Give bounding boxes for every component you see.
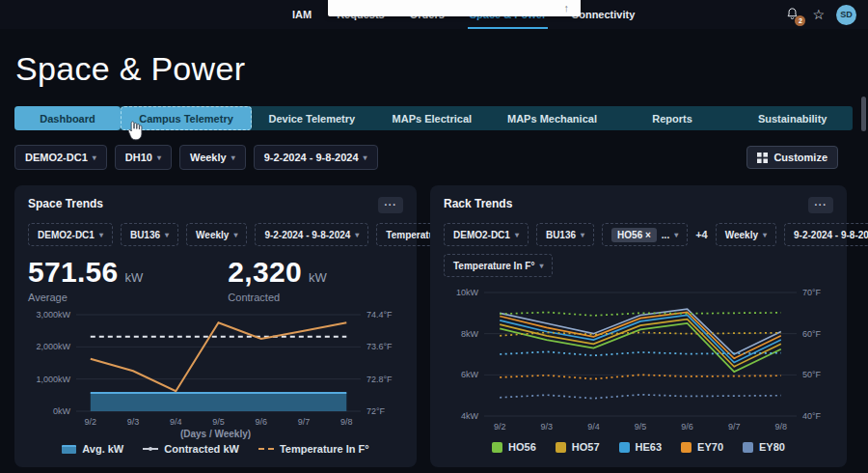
page-title: Space & Power <box>15 50 245 88</box>
svg-text:9/3: 9/3 <box>541 422 554 431</box>
user-avatar[interactable]: SD <box>836 5 856 25</box>
chevron-down-icon: ▾ <box>763 231 767 239</box>
chevron-down-icon: ▾ <box>515 231 519 239</box>
tab-campus-telemetry[interactable]: Campus Telemetry <box>121 106 252 130</box>
more-racks-count[interactable]: +4 <box>695 229 708 240</box>
top-nav-actions: 2 ☆ SD <box>785 0 856 29</box>
chevron-down-icon: ▾ <box>165 231 169 239</box>
svg-text:6kW: 6kW <box>461 370 479 379</box>
customize-button[interactable]: Customize <box>746 146 838 169</box>
legend-item[interactable]: EY70 <box>681 441 723 453</box>
svg-text:9/7: 9/7 <box>298 417 311 427</box>
legend-swatch <box>556 442 566 453</box>
section-tabbar: Dashboard Campus Telemetry Device Teleme… <box>14 106 853 130</box>
chip-bu[interactable]: BU136▾ <box>536 223 594 246</box>
rack-trends-menu-button[interactable]: ··· <box>808 197 833 213</box>
filter-datahall[interactable]: DH10 ▾ <box>115 145 172 170</box>
rack-trends-filters-row2: Temperature In F°▾ <box>444 254 833 277</box>
legend-item[interactable]: HE63 <box>619 441 663 453</box>
svg-text:74.4°F: 74.4°F <box>366 310 393 320</box>
space-trends-panel: Space Trends ··· DEMO2-DC1▾ BU136▾ Weekl… <box>14 185 417 467</box>
svg-text:3,000kW: 3,000kW <box>36 310 70 320</box>
filter-datacenter[interactable]: DEMO2-DC1 ▾ <box>14 145 107 170</box>
remove-tag-icon[interactable]: × <box>645 230 651 240</box>
chevron-down-icon: ▾ <box>539 262 543 270</box>
chip-date-range[interactable]: 9-2-2024 - 9-8-2024▾ <box>784 223 868 246</box>
space-trends-filters: DEMO2-DC1▾ BU136▾ Weekly▾ 9-2-2024 - 9-8… <box>28 223 403 246</box>
legend-swatch <box>681 442 692 453</box>
chip-period[interactable]: Weekly▾ <box>716 223 776 246</box>
chip-date-range[interactable]: 9-2-2024 - 9-8-2024▾ <box>255 223 368 246</box>
svg-text:9/3: 9/3 <box>127 417 140 427</box>
chevron-down-icon: ▾ <box>364 153 367 162</box>
chevron-down-icon: ▾ <box>233 231 237 239</box>
tab-reports[interactable]: Reports <box>612 106 733 130</box>
legend-item[interactable]: Contracted kW <box>143 443 239 455</box>
tab-dashboard[interactable]: Dashboard <box>14 106 121 130</box>
legend-item[interactable]: EY80 <box>743 441 785 453</box>
legend-swatch <box>62 445 76 454</box>
chip-temperature-unit[interactable]: Temperature In F°▾ <box>444 254 553 277</box>
svg-text:9/6: 9/6 <box>255 417 267 427</box>
chip-bu[interactable]: BU136▾ <box>121 223 178 246</box>
notification-badge: 2 <box>795 15 805 26</box>
legend-item[interactable]: HO57 <box>556 441 600 453</box>
space-trends-chart: 3,000kW2,000kW1,000kW0kW74.4°F73.6°F72.8… <box>28 309 403 429</box>
svg-text:10kW: 10kW <box>456 288 479 297</box>
space-trends-legend: Avg. kWContracted kWTemperature In F° <box>28 443 403 455</box>
svg-text:72°F: 72°F <box>366 406 386 416</box>
tab-maps-mechanical[interactable]: MAPs Mechanical <box>492 106 612 130</box>
chevron-down-icon: ▾ <box>355 231 359 239</box>
svg-text:73.6°F: 73.6°F <box>366 342 393 351</box>
rack-trends-title: Rack Trends <box>444 197 512 210</box>
space-trends-menu-button[interactable]: ··· <box>378 197 403 213</box>
svg-text:70°F: 70°F <box>802 288 822 297</box>
legend-swatch <box>619 442 630 453</box>
legend-item[interactable]: Avg. kW <box>62 443 123 455</box>
svg-text:72.8°F: 72.8°F <box>366 375 393 384</box>
legend-item[interactable]: Temperature In F° <box>258 443 369 455</box>
chip-datacenter[interactable]: DEMO2-DC1▾ <box>28 223 113 246</box>
svg-text:8kW: 8kW <box>461 329 479 339</box>
svg-text:9/8: 9/8 <box>775 422 788 431</box>
rack-trends-legend: HO56HO57HE63EY70EY80 <box>444 441 833 453</box>
space-trends-kpis: 571.56kW Average 2,320kW Contracted <box>28 256 403 303</box>
chip-rack-multiselect[interactable]: HO56 × ... ▾ <box>602 223 688 246</box>
arrow-up-icon[interactable]: ↑ <box>564 3 570 14</box>
tab-maps-electrical[interactable]: MAPs Electrical <box>372 106 493 130</box>
filter-period[interactable]: Weekly ▾ <box>179 145 246 170</box>
rack-trends-panel: Rack Trends ··· DEMO2-DC1▾ BU136▾ HO56 ×… <box>430 185 847 467</box>
kpi-average: 571.56kW Average <box>28 256 143 303</box>
svg-text:9/4: 9/4 <box>170 417 182 427</box>
tab-sustainability[interactable]: Sustainability <box>732 106 853 130</box>
favorites-button[interactable]: ☆ <box>812 8 825 21</box>
nav-item-iam[interactable]: IAM <box>292 0 312 29</box>
svg-text:9/6: 9/6 <box>681 422 693 431</box>
space-trends-title: Space Trends <box>28 197 103 210</box>
svg-text:50°F: 50°F <box>802 370 822 379</box>
truncated-popup: ↑ <box>328 0 581 16</box>
vertical-scrollbar-thumb[interactable] <box>861 97 866 131</box>
svg-text:9/8: 9/8 <box>340 417 353 427</box>
tab-device-telemetry[interactable]: Device Telemetry <box>252 106 372 130</box>
chevron-down-icon: ▾ <box>93 153 96 162</box>
space-trends-xaxis-label: (Days / Weekly) <box>28 429 403 439</box>
svg-text:9/2: 9/2 <box>494 422 506 431</box>
global-filters: DEMO2-DC1 ▾ DH10 ▾ Weekly ▾ 9-2-2024 - 9… <box>14 145 378 170</box>
svg-text:60°F: 60°F <box>802 329 822 339</box>
svg-text:9/5: 9/5 <box>635 422 647 431</box>
legend-item[interactable]: HO56 <box>492 441 536 453</box>
selected-rack-tag[interactable]: HO56 × <box>611 228 657 242</box>
rack-trends-filters-row1: DEMO2-DC1▾ BU136▾ HO56 × ... ▾ +4 Weekly… <box>444 223 833 246</box>
svg-text:2,000kW: 2,000kW <box>36 342 70 351</box>
svg-text:9/5: 9/5 <box>212 417 225 427</box>
nav-item-connectivity[interactable]: Connectivity <box>571 0 635 29</box>
notifications-button[interactable]: 2 <box>785 6 800 23</box>
svg-text:4kW: 4kW <box>461 411 479 421</box>
legend-swatch <box>743 442 753 453</box>
legend-swatch <box>258 448 274 450</box>
filter-date-range[interactable]: 9-2-2024 - 9-8-2024 ▾ <box>254 145 378 170</box>
chip-datacenter[interactable]: DEMO2-DC1▾ <box>444 223 529 246</box>
chip-period[interactable]: Weekly▾ <box>186 223 247 246</box>
svg-text:0kW: 0kW <box>53 406 71 416</box>
